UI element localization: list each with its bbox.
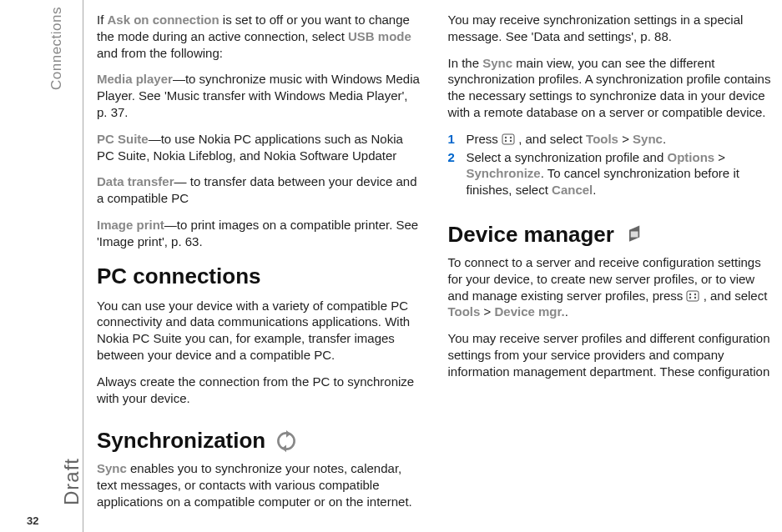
sync-steps: 1 Press , and select Tools > Sync. 2 Sel… <box>448 131 773 198</box>
pc-connections-p1: You can use your device with a variety o… <box>97 298 421 364</box>
svg-rect-6 <box>631 232 638 238</box>
sync-icon <box>274 429 299 453</box>
heading-pc-connections: PC connections <box>97 263 421 289</box>
heading-synchronization: Synchronization <box>97 428 265 454</box>
svg-point-2 <box>505 137 507 138</box>
svg-point-11 <box>694 296 696 298</box>
content-columns: If Ask on connection is set to off or yo… <box>97 12 772 520</box>
device-manager-icon <box>623 223 648 246</box>
svg-rect-1 <box>502 134 514 144</box>
heading-sync-row: Synchronization <box>97 416 421 460</box>
option-media-player: Media player—to synchronize music with W… <box>97 71 421 120</box>
svg-point-5 <box>510 140 512 142</box>
heading-devmgr-row: Device manager <box>448 210 773 254</box>
page-number: 32 <box>27 514 38 527</box>
step-2: 2 Select a synchronization profile and O… <box>448 149 773 198</box>
sidebar: Connections Draft 32 <box>0 0 83 532</box>
svg-rect-7 <box>687 291 699 301</box>
svg-point-3 <box>510 137 512 138</box>
devmgr-p2: You may receive server profiles and diff… <box>448 330 773 379</box>
devmgr-p1: To connect to a server and receive confi… <box>448 254 773 320</box>
heading-device-manager: Device manager <box>448 222 614 248</box>
pc-connections-p2: Always create the connection from the PC… <box>97 374 421 407</box>
option-image-print: Image print—to print images on a compati… <box>97 217 421 250</box>
intro-paragraph: If Ask on connection is set to off or yo… <box>97 12 421 61</box>
watermark-label: Draft <box>60 458 83 505</box>
svg-point-10 <box>689 296 691 298</box>
sync-p1: Sync enables you to synchronize your not… <box>97 460 421 509</box>
category-label: Connections <box>48 7 65 90</box>
menu-key-icon <box>502 133 515 144</box>
option-pc-suite: PC Suite—to use Nokia PC applications su… <box>97 131 421 164</box>
svg-point-9 <box>694 293 696 294</box>
svg-point-8 <box>689 293 691 294</box>
option-data-transfer: Data transfer— to transfer data between … <box>97 173 421 207</box>
menu-key-icon <box>686 289 699 301</box>
svg-point-4 <box>505 140 507 142</box>
step-1: 1 Press , and select Tools > Sync. <box>448 131 773 148</box>
sync-p2: You may receive synchronization settings… <box>448 12 773 45</box>
sync-p3: In the Sync main view, you can see the d… <box>448 55 773 121</box>
